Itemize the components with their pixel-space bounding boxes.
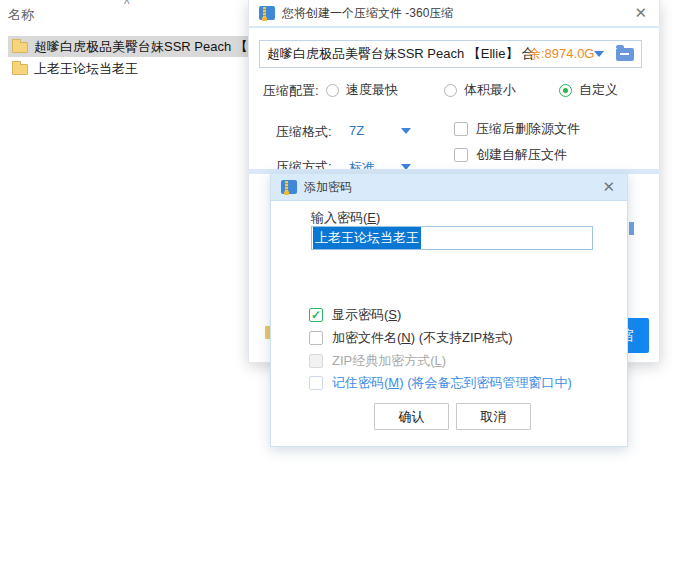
file-name: 超嗲白虎极品美臀台妹SSR Peach 【Ellie. bbox=[34, 38, 250, 56]
label-post: ) (不支持ZIP格式) bbox=[411, 330, 513, 345]
radio-label: 速度最快 bbox=[346, 81, 398, 99]
archive-name-value: 超嗲白虎极品美臀台妹SSR Peach 【Ellie】 合余:8974.0GB bbox=[267, 45, 594, 63]
radio-smallest[interactable]: 体积最小 bbox=[444, 81, 516, 99]
format-chevron-down-icon[interactable] bbox=[401, 128, 411, 134]
checkbox-label: 记住密码(M) (将会备忘到密码管理窗口中) bbox=[332, 374, 572, 392]
sfx-checkbox[interactable]: 创建自解压文件 bbox=[454, 146, 567, 164]
checkbox-icon[interactable] bbox=[454, 122, 468, 136]
folder-icon bbox=[12, 64, 28, 75]
radio-icon[interactable] bbox=[326, 84, 339, 97]
label-accesskey: S bbox=[388, 307, 397, 322]
zip-classic-checkbox-disabled: ZIP经典加密方式(L) bbox=[309, 352, 446, 370]
compress-dialog-title: 您将创建一个压缩文件 -360压缩 bbox=[282, 5, 453, 22]
radio-fastest[interactable]: 速度最快 bbox=[326, 81, 398, 99]
file-row-selected[interactable]: 超嗲白虎极品美臀台妹SSR Peach 【Ellie. bbox=[8, 36, 250, 57]
checkbox-disabled-icon bbox=[309, 354, 323, 368]
label-post: ) bbox=[376, 210, 380, 225]
checkbox-label: 压缩后删除源文件 bbox=[476, 120, 580, 138]
checkbox-icon[interactable] bbox=[309, 331, 323, 345]
confirm-button[interactable]: 确认 bbox=[374, 403, 449, 430]
chevron-down-icon[interactable] bbox=[594, 51, 604, 57]
checkbox-icon[interactable] bbox=[454, 148, 468, 162]
label-accesskey: N bbox=[401, 330, 410, 345]
file-name: 上老王论坛当老王 bbox=[34, 60, 138, 78]
checkbox-label: 创建自解压文件 bbox=[476, 146, 567, 164]
label-post: ) bbox=[397, 307, 401, 322]
archive-name-text: 超嗲白虎极品美臀台妹SSR Peach 【Ellie】 合 bbox=[267, 46, 535, 61]
radio-label: 体积最小 bbox=[464, 81, 516, 99]
label-post: ) bbox=[442, 353, 446, 368]
add-password-dialog: 添加密码 ✕ 输入密码(E) 上老王论坛当老王 ✓ 显示密码(S) 加密文件名(… bbox=[270, 173, 628, 447]
label-pre: 加密文件名( bbox=[332, 330, 401, 345]
label-pre: 输入密码( bbox=[311, 210, 367, 225]
label-accesskey: E bbox=[367, 210, 376, 225]
checkbox-label: ZIP经典加密方式(L) bbox=[332, 352, 446, 370]
radio-icon[interactable] bbox=[444, 84, 457, 97]
close-icon[interactable]: ✕ bbox=[602, 178, 615, 196]
label-pre: 显示密码( bbox=[332, 307, 388, 322]
column-header-name[interactable]: 名称 bbox=[8, 6, 34, 24]
checkbox-label: 显示密码(S) bbox=[332, 306, 401, 324]
zip-app-icon bbox=[281, 180, 297, 194]
label-pre: ZIP经典加密方式( bbox=[332, 353, 435, 368]
desktop-screen: 名称 ^ 超嗲白虎极品美臀台妹SSR Peach 【Ellie. 上老王论坛当老… bbox=[0, 0, 697, 580]
radio-icon-selected[interactable] bbox=[559, 84, 572, 97]
zip-app-icon bbox=[259, 6, 275, 20]
radio-custom[interactable]: 自定义 bbox=[559, 81, 618, 99]
cancel-button[interactable]: 取消 bbox=[456, 403, 531, 430]
remember-password-checkbox[interactable]: 记住密码(M) (将会备忘到密码管理窗口中) bbox=[309, 374, 572, 392]
close-icon[interactable]: ✕ bbox=[634, 4, 647, 22]
profile-label: 压缩配置: bbox=[263, 82, 319, 100]
label-post: ) (将会备忘到密码管理窗口中) bbox=[399, 375, 572, 390]
checkbox-label: 加密文件名(N) (不支持ZIP格式) bbox=[332, 329, 513, 347]
file-list-panel: 名称 ^ 超嗲白虎极品美臀台妹SSR Peach 【Ellie. 上老王论坛当老… bbox=[0, 0, 260, 120]
file-row[interactable]: 上老王论坛当老王 bbox=[8, 58, 250, 79]
archive-name-combobox[interactable]: 超嗲白虎极品美臀台妹SSR Peach 【Ellie】 合余:8974.0GB bbox=[259, 40, 642, 68]
folder-icon bbox=[12, 42, 28, 53]
encrypt-filenames-checkbox[interactable]: 加密文件名(N) (不支持ZIP格式) bbox=[309, 329, 513, 347]
format-value[interactable]: 7Z bbox=[349, 123, 364, 138]
password-selected-text: 上老王论坛当老王 bbox=[313, 227, 421, 249]
checkbox-icon[interactable] bbox=[309, 376, 323, 390]
password-input[interactable]: 上老王论坛当老王 bbox=[311, 226, 593, 250]
label-accesskey: M bbox=[388, 375, 399, 390]
label-pre: 记住密码( bbox=[332, 375, 388, 390]
password-dialog-titlebar[interactable]: 添加密码 ✕ bbox=[271, 174, 627, 201]
hidden-element-fragment bbox=[629, 222, 634, 235]
compress-dialog-titlebar[interactable]: 您将创建一个压缩文件 -360压缩 ✕ bbox=[249, 0, 659, 28]
free-space-text: 余:8974.0GB bbox=[528, 46, 594, 61]
browse-folder-icon[interactable] bbox=[616, 48, 634, 61]
label-accesskey: L bbox=[435, 353, 442, 368]
radio-label: 自定义 bbox=[579, 81, 618, 99]
format-label: 压缩格式: bbox=[276, 123, 332, 141]
password-dialog-title: 添加密码 bbox=[304, 179, 352, 196]
show-password-checkbox[interactable]: ✓ 显示密码(S) bbox=[309, 306, 401, 324]
checkbox-checked-icon[interactable]: ✓ bbox=[309, 308, 323, 322]
sort-caret-icon[interactable]: ^ bbox=[124, 0, 130, 11]
password-input-label: 输入密码(E) bbox=[311, 209, 380, 227]
delete-source-checkbox[interactable]: 压缩后删除源文件 bbox=[454, 120, 580, 138]
